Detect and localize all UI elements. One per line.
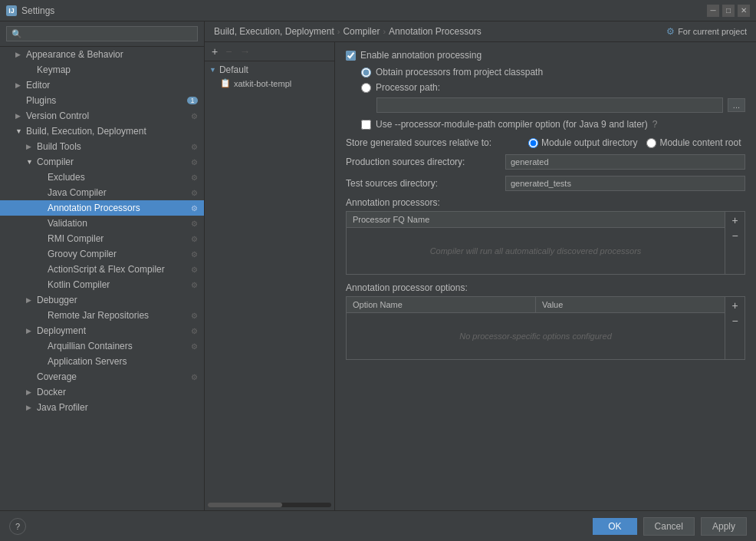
- sidebar-item-label: Build, Execution, Deployment: [26, 126, 146, 137]
- annotation-processors-section-label: Annotation processors:: [346, 197, 745, 208]
- title-bar-left: IJ Settings: [6, 5, 54, 16]
- sidebar-item-groovy-compiler[interactable]: ▶ Groovy Compiler ⚙: [0, 246, 204, 262]
- sidebar-item-rmi-compiler[interactable]: ▶ RMI Compiler ⚙: [0, 231, 204, 246]
- sidebar-item-java-profiler[interactable]: ▶ Java Profiler: [0, 400, 204, 415]
- production-sources-input[interactable]: [505, 154, 745, 170]
- main-layout: ▶ Appearance & Behavior ▶ Keymap ▶ Edito…: [0, 21, 756, 510]
- processor-toolbar: + − →: [205, 42, 334, 61]
- sidebar-item-annotation-processors[interactable]: ▶ Annotation Processors ⚙: [0, 200, 204, 216]
- maximize-button[interactable]: □: [722, 5, 735, 17]
- module-output-radio[interactable]: [528, 138, 538, 148]
- cancel-button[interactable]: Cancel: [643, 517, 695, 536]
- sidebar-item-label: Plugins: [26, 95, 56, 106]
- processor-item-label: xatkit-bot-templ: [234, 79, 291, 88]
- sidebar-item-docker[interactable]: ▶ Docker: [0, 384, 204, 400]
- settings-panel: Enable annotation processing Obtain proc…: [335, 42, 756, 510]
- store-sources-label: Store generated sources relative to:: [346, 137, 522, 148]
- add-annotation-button[interactable]: +: [730, 213, 739, 227]
- settings-icon: ⚙: [191, 189, 198, 197]
- expand-arrow: ▼: [15, 127, 23, 135]
- expand-arrow: ▶: [26, 388, 34, 396]
- obtain-processors-row: Obtain processors from project classpath: [361, 67, 745, 78]
- settings-icon: ⚙: [191, 250, 198, 259]
- enable-annotation-checkbox[interactable]: [346, 51, 356, 61]
- annotation-options-body: No processor-specific options configured: [347, 313, 725, 359]
- sidebar-item-plugins[interactable]: ▶ Plugins 1: [0, 93, 204, 108]
- copy-processor-button[interactable]: →: [237, 45, 252, 58]
- store-sources-radio-group: Module output directory Module content r…: [528, 137, 741, 148]
- sidebar-item-label: Arquillian Containers: [48, 341, 133, 351]
- processor-item-icon: 📋: [220, 78, 231, 88]
- sidebar-item-build-tools[interactable]: ▶ Build Tools ⚙: [0, 139, 204, 154]
- sidebar-item-excludes[interactable]: ▶ Excludes ⚙: [0, 170, 204, 185]
- module-content-radio[interactable]: [646, 138, 656, 148]
- obtain-classpath-radio[interactable]: [361, 68, 371, 78]
- settings-icon: ⚙: [191, 281, 198, 289]
- test-sources-input[interactable]: [505, 176, 745, 191]
- annotation-processors-empty-msg: Compiler will run all automatically disc…: [430, 246, 642, 256]
- sidebar-tree: ▶ Appearance & Behavior ▶ Keymap ▶ Edito…: [0, 47, 204, 510]
- module-option-row: Use --processor-module-path compiler opt…: [361, 119, 745, 130]
- sidebar-item-app-servers[interactable]: ▶ Application Servers: [0, 354, 204, 369]
- settings-icon: ⚙: [191, 219, 198, 228]
- module-option-checkbox[interactable]: [361, 120, 371, 130]
- apply-button[interactable]: Apply: [701, 517, 747, 536]
- sidebar-item-build-exec-deploy[interactable]: ▼ Build, Execution, Deployment: [0, 124, 204, 139]
- sidebar-item-debugger[interactable]: ▶ Debugger: [0, 292, 204, 308]
- breadcrumb-sep-1: ›: [337, 27, 340, 36]
- module-content-option[interactable]: Module content root: [646, 137, 741, 148]
- sidebar-item-remote-jar[interactable]: ▶ Remote Jar Repositories ⚙: [0, 308, 204, 323]
- sidebar-item-label: Excludes: [48, 172, 85, 183]
- processor-path-radio[interactable]: [361, 83, 371, 93]
- processor-item-xatkit[interactable]: 📋 xatkit-bot-templ: [205, 77, 334, 90]
- settings-icon: ⚙: [191, 373, 198, 381]
- settings-icon: ⚙: [191, 143, 198, 151]
- expand-arrow: ▶: [15, 51, 23, 58]
- sidebar-item-deployment[interactable]: ▶ Deployment ⚙: [0, 323, 204, 338]
- settings-icon: ⚙: [191, 204, 198, 213]
- sidebar-item-java-compiler[interactable]: ▶ Java Compiler ⚙: [0, 185, 204, 200]
- sidebar-item-version-control[interactable]: ▶ Version Control ⚙: [0, 108, 204, 124]
- processor-path-input[interactable]: [376, 97, 723, 113]
- path-browse-button[interactable]: ...: [728, 98, 745, 112]
- close-button[interactable]: ✕: [738, 5, 750, 17]
- minimize-button[interactable]: ─: [707, 5, 719, 17]
- expand-arrow: ▼: [26, 158, 34, 166]
- sidebar: ▶ Appearance & Behavior ▶ Keymap ▶ Edito…: [0, 21, 205, 510]
- module-output-option[interactable]: Module output directory: [528, 137, 637, 148]
- breadcrumb-project-label: For current project: [678, 27, 747, 36]
- help-button[interactable]: ?: [9, 518, 26, 535]
- production-sources-row: Production sources directory:: [346, 154, 745, 170]
- sidebar-item-compiler[interactable]: ▼ Compiler ⚙: [0, 154, 204, 170]
- content-area: + − → ▼ Default 📋 xatkit-bot-templ: [205, 42, 756, 510]
- sidebar-item-editor[interactable]: ▶ Editor: [0, 78, 204, 93]
- sidebar-item-label: Debugger: [37, 295, 77, 305]
- module-option-help-icon: ?: [652, 119, 658, 130]
- remove-annotation-button[interactable]: −: [730, 229, 739, 242]
- right-panel: Build, Execution, Deployment › Compiler …: [205, 21, 756, 510]
- settings-icon: ⚙: [191, 327, 198, 335]
- sidebar-item-arquillian[interactable]: ▶ Arquillian Containers ⚙: [0, 338, 204, 354]
- sidebar-item-validation[interactable]: ▶ Validation ⚙: [0, 216, 204, 231]
- sidebar-item-keymap[interactable]: ▶ Keymap: [0, 62, 204, 78]
- sidebar-item-appearance[interactable]: ▶ Appearance & Behavior: [0, 47, 204, 62]
- search-input[interactable]: [6, 26, 198, 41]
- sidebar-item-label: Docker: [37, 387, 66, 398]
- add-processor-button[interactable]: +: [209, 45, 220, 58]
- processor-group-default[interactable]: ▼ Default: [205, 63, 334, 77]
- sidebar-item-kotlin-compiler[interactable]: ▶ Kotlin Compiler ⚙: [0, 277, 204, 292]
- group-arrow: ▼: [209, 66, 216, 74]
- sidebar-item-actionscript-flex[interactable]: ▶ ActionScript & Flex Compiler ⚙: [0, 262, 204, 277]
- store-sources-row: Store generated sources relative to: Mod…: [346, 137, 745, 148]
- sidebar-item-coverage[interactable]: ▶ Coverage ⚙: [0, 369, 204, 384]
- annotation-options-actions: + −: [725, 297, 744, 359]
- remove-option-button[interactable]: −: [730, 314, 739, 328]
- test-sources-row: Test sources directory:: [346, 176, 745, 191]
- add-option-button[interactable]: +: [730, 299, 739, 312]
- production-sources-label: Production sources directory:: [346, 157, 499, 167]
- sidebar-item-label: Coverage: [37, 371, 77, 382]
- expand-arrow: ▶: [26, 296, 34, 304]
- ok-button[interactable]: OK: [593, 518, 636, 535]
- breadcrumb-part-3: Annotation Processors: [389, 26, 482, 37]
- remove-processor-button[interactable]: −: [223, 45, 234, 58]
